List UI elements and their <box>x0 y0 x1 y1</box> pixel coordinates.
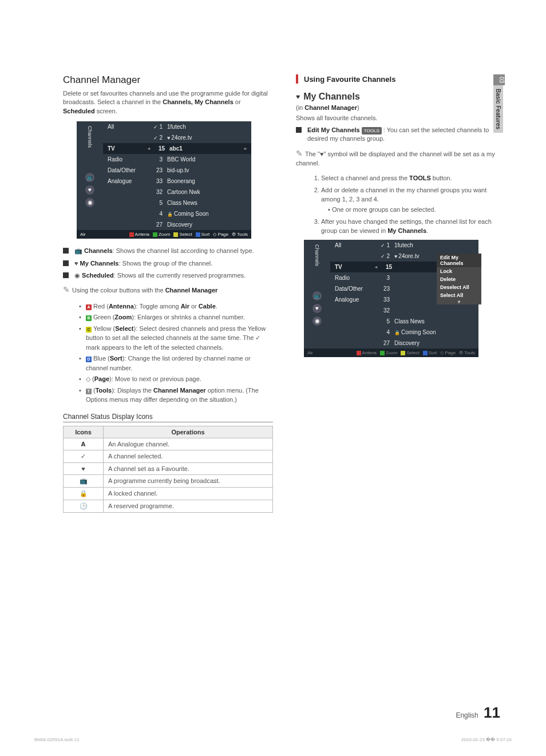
list-item: Class News <box>167 200 247 206</box>
right-column: Using Favourite Channels My Channels (in… <box>296 74 506 513</box>
table-row: AAn Analogue channel. <box>64 438 273 450</box>
menu-item-deselect-all: Deselect All <box>437 283 481 291</box>
clock-icon: ◉ <box>85 198 94 207</box>
note-icon: ✎ <box>296 149 303 158</box>
list-item: abc1 <box>169 145 244 152</box>
note-icon: ✎ <box>63 285 70 294</box>
filter-radio: Radio <box>108 156 148 163</box>
tools-badge-icon: TOOLS <box>362 127 382 134</box>
menu-item-lock: Lock <box>437 267 481 275</box>
chapter-tab: 03 Basic Features <box>493 74 506 133</box>
clock-icon: 🕒 <box>64 500 104 512</box>
header-stripe-icon <box>296 74 298 84</box>
yellow-badge-icon: C <box>86 327 92 333</box>
step-item: Select a channel and press the TOOLS but… <box>321 174 506 183</box>
context-menu: Edit My Channels Lock Delete Deselect Al… <box>437 254 481 304</box>
page-number: 11 <box>484 704 500 721</box>
green-badge-icon: B <box>86 315 92 321</box>
tools-badge-icon: T <box>86 389 92 394</box>
section-title: Channel Manager <box>63 74 273 86</box>
menu-header: Edit My Channels <box>437 254 481 267</box>
subsection-header: My Channels <box>296 92 506 102</box>
chevron-down-icon: ▾ <box>437 299 481 304</box>
check-icon: ✓ <box>64 450 104 462</box>
tv-icon: 📺 <box>312 291 322 300</box>
bullet-icon <box>63 248 69 254</box>
sidebar-label: Channels <box>85 121 95 152</box>
list-item: BGreen (Zoom): Enlarges or shrinks a cha… <box>79 312 273 322</box>
table-row: ✓A channel selected. <box>64 450 273 462</box>
list-item: bid-up.tv <box>167 167 247 173</box>
chapter-label: Basic Features <box>493 85 503 133</box>
channel-manager-screenshot: Channels 📺 ♥ ◉ All 1 1futech <box>77 121 251 239</box>
broadcast-icon: 📺 <box>64 474 104 487</box>
list-item: Boonerang <box>167 178 247 184</box>
list-item: 1futech <box>167 124 247 130</box>
note: ✎Using the colour buttons with the Chann… <box>63 284 273 296</box>
step-item: After you have changed the settings, the… <box>321 217 506 235</box>
chapter-number: 03 <box>493 74 505 85</box>
section-description: Delete or set favourites channels and us… <box>63 89 273 116</box>
list-item: T(Tools): Displays the Channel Manager o… <box>79 386 273 405</box>
heart-icon: ♥ <box>64 462 104 474</box>
left-column: Channel Manager Delete or set favourites… <box>63 74 273 513</box>
list-item: CYellow (Select): Select desired channel… <box>79 324 273 353</box>
page-footer: English 11 <box>456 704 500 722</box>
table-row: 🔒A locked channel. <box>64 487 273 500</box>
heart-icon <box>296 93 303 101</box>
heart-icon: ♥ <box>85 185 94 195</box>
heart-icon: ♥ <box>312 304 322 313</box>
table-title: Channel Status Display Icons <box>63 413 273 422</box>
table-row: ♥A channel set as a Favourite. <box>64 462 273 474</box>
sidebar-label: Channels <box>312 240 322 271</box>
list-item: Discovery <box>167 221 247 228</box>
filter-all: All <box>108 124 148 130</box>
footer-legend: Air Antena Zoom Select Sort ◇ Page ⚙ Too… <box>304 349 478 357</box>
menu-item-select-all: Select All <box>437 291 481 299</box>
list-item: ◇ (Page): Move to next or previous page. <box>79 374 273 384</box>
red-badge-icon: A <box>86 304 92 310</box>
table-row: 🕒A reserved programme. <box>64 500 273 512</box>
bullet-icon <box>63 272 69 278</box>
list-item: Cartoon Nwk <box>167 189 247 195</box>
blue-badge-icon: D <box>86 357 92 362</box>
list-item: DBlue (Sort): Change the list ordered by… <box>79 354 273 373</box>
note: ✎The "♥" symbol will be displayed and th… <box>296 148 506 168</box>
bullet-icon <box>63 260 69 266</box>
analogue-icon: A <box>64 438 104 450</box>
list-item: BBC World <box>167 156 247 163</box>
table-row: 📺A programme currently being broadcast. <box>64 474 273 487</box>
filter-tv: TV <box>108 145 148 152</box>
menu-item-delete: Delete <box>437 275 481 283</box>
footer-legend: Air Antena Zoom Select Sort ◇ Page ⚙ Too… <box>77 230 251 239</box>
step-item: Add or delete a channel in the my channe… <box>321 186 506 214</box>
clock-icon: ◉ <box>312 316 322 326</box>
section-header: Using Favourite Channels <box>296 74 506 84</box>
list-item: 24ore.tv <box>167 134 247 141</box>
tv-icon: 📺 <box>85 173 94 182</box>
filter-data: Data/Other <box>108 167 148 173</box>
list-item: ARed (Antenna): Toggle among Air or Cabl… <box>79 302 273 311</box>
icons-table: IconsOperations AAn Analogue channel. ✓A… <box>63 426 273 513</box>
list-item: Coming Soon <box>167 211 247 217</box>
filter-analogue: Analogue <box>108 178 148 184</box>
my-channels-screenshot: Channels 📺 ♥ ◉ All11futech 224ore.tv TV◂… <box>304 240 478 357</box>
print-meta: BN68-02591A.indb 11 2010-02-23 �� 5:07:1… <box>34 737 512 742</box>
lock-icon: 🔒 <box>64 487 104 500</box>
bullet-icon <box>296 127 302 133</box>
